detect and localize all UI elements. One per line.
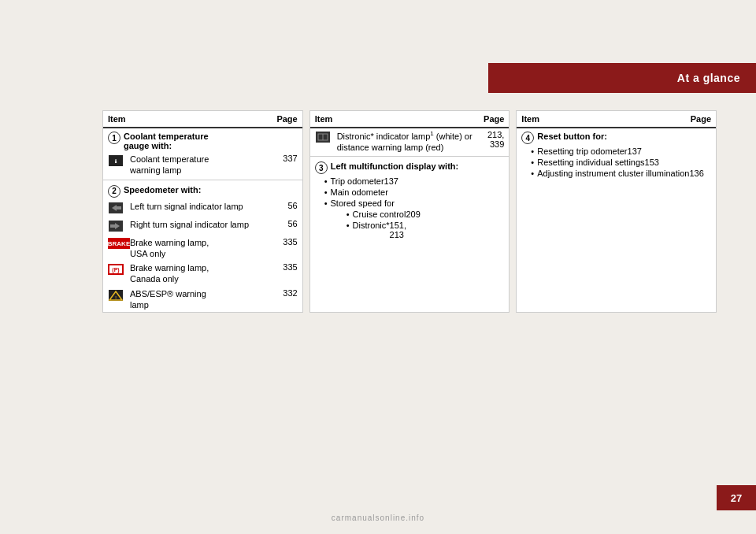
bullet-adjust-illumination: • bbox=[531, 169, 534, 178]
content-area: Item Page 1 Coolant temperaturegauge wit… bbox=[102, 110, 717, 313]
row-distronic: Distronic* indicator lamp1 (white) or di… bbox=[310, 128, 510, 154]
section-3-number: 3 bbox=[315, 161, 328, 174]
turn-right-text: Right turn signal indicator lamp bbox=[130, 219, 274, 230]
distronic-sub-page: 151,213 bbox=[390, 221, 406, 239]
abs-page: 332 bbox=[274, 288, 298, 298]
section-2-number: 2 bbox=[108, 185, 120, 198]
sub-bullets: • Cruise control 209 • Distronic* 151,21… bbox=[310, 209, 510, 240]
divider-1 bbox=[103, 180, 302, 180]
stored-speed-text: Stored speed for bbox=[331, 198, 395, 208]
section-4-number: 4 bbox=[521, 132, 534, 144]
col-gap-1 bbox=[303, 110, 309, 313]
row-brake-usa: BRAKE Brake warning lamp,USA only 335 bbox=[103, 235, 302, 261]
distronic-icon bbox=[315, 131, 331, 143]
col2-header: Item Page bbox=[310, 111, 510, 128]
coolant-temp-icon: 🌡 bbox=[108, 154, 124, 167]
brake-usa-icon: BRAKE bbox=[108, 238, 130, 249]
cruise-page: 209 bbox=[406, 210, 420, 219]
turn-left-icon-cell bbox=[108, 202, 127, 216]
cruise-text: Cruise control bbox=[353, 210, 406, 219]
main-odo-text: Main odometer bbox=[331, 187, 388, 197]
coolant-text: Coolant temperaturewarning lamp bbox=[130, 154, 274, 176]
row-adjust-illumination: • Adjusting instrument cluster illuminat… bbox=[517, 168, 716, 179]
turn-right-icon-cell bbox=[108, 220, 127, 234]
bullet-reset-individual: • bbox=[531, 158, 534, 167]
bullet-cruise: • bbox=[346, 210, 350, 219]
bullet-reset-trip: • bbox=[531, 146, 534, 156]
table-col-1: Item Page 1 Coolant temperaturegauge wit… bbox=[102, 110, 303, 313]
section-4-title-row: 4 Reset button for: bbox=[517, 128, 716, 146]
trip-odo-page: 137 bbox=[384, 176, 398, 186]
brake-canada-icon-cell: (P) bbox=[108, 263, 127, 277]
col-gap-2 bbox=[510, 110, 516, 313]
reset-trip-text: Resetting trip odometer bbox=[537, 146, 627, 156]
divider-2 bbox=[310, 156, 510, 157]
abs-icon-cell: ! bbox=[108, 289, 127, 303]
bullet-trip-odo: • bbox=[324, 176, 328, 186]
distronic-sub-text: Distronic* bbox=[353, 221, 390, 230]
section-1-title: Coolant temperaturegauge with: bbox=[124, 132, 209, 150]
row-turn-right: Right turn signal indicator lamp 56 bbox=[103, 217, 302, 235]
row-brake-canada: (P) Brake warning lamp,Canada only 335 bbox=[103, 261, 302, 287]
bullet-distronic-sub: • bbox=[346, 221, 350, 230]
turn-right-icon bbox=[108, 220, 124, 232]
distronic-page: 213,339 bbox=[480, 130, 504, 149]
bullet-main-odo: • bbox=[324, 187, 328, 197]
section-1-title-row: 1 Coolant temperaturegauge with: bbox=[103, 128, 302, 152]
row-coolant: 🌡 Coolant temperaturewarning lamp 337 bbox=[103, 152, 302, 178]
row-reset-trip: • Resetting trip odometer 137 bbox=[517, 146, 716, 157]
svg-rect-4 bbox=[117, 206, 121, 210]
abs-icon: ! bbox=[108, 289, 124, 302]
row-turn-left: Left turn signal indicator lamp 56 bbox=[103, 199, 302, 217]
col2-header-item: Item bbox=[315, 114, 333, 124]
svg-rect-7 bbox=[110, 224, 115, 228]
reset-trip-page: 137 bbox=[628, 146, 642, 156]
brake-usa-page: 335 bbox=[274, 237, 298, 247]
brake-canada-icon: (P) bbox=[108, 263, 124, 276]
header-bar: At a glance bbox=[488, 63, 756, 93]
header-title: At a glance bbox=[677, 72, 740, 84]
adjust-illumination-page: 136 bbox=[689, 169, 703, 178]
section-1-number: 1 bbox=[108, 132, 120, 144]
brake-usa-icon-cell: BRAKE bbox=[108, 238, 127, 250]
watermark: carmanualsonline.info bbox=[332, 514, 424, 522]
row-distronic-sub: • Distronic* 151,213 bbox=[332, 220, 510, 240]
section-3-title: Left multifunction display with: bbox=[331, 161, 459, 171]
section-4-title: Reset button for: bbox=[537, 132, 607, 141]
row-stored-speed: • Stored speed for bbox=[310, 198, 510, 209]
row-cruise: • Cruise control 209 bbox=[332, 209, 510, 220]
col1-header: Item Page bbox=[103, 111, 302, 128]
turn-left-page: 56 bbox=[274, 201, 298, 210]
bullet-stored-speed: • bbox=[324, 198, 328, 208]
section-2-title: Speedometer with: bbox=[124, 185, 201, 195]
col2-header-page: Page bbox=[484, 114, 504, 124]
col3-header: Item Page bbox=[517, 111, 716, 128]
col1-header-page: Page bbox=[276, 114, 297, 124]
col3-header-page: Page bbox=[691, 114, 711, 124]
table-col-2: Item Page Distronic* indicator lamp1 (wh… bbox=[309, 110, 510, 313]
reset-individual-page: 153 bbox=[645, 158, 659, 167]
brake-canada-text: Brake warning lamp,Canada only bbox=[130, 262, 274, 285]
adjust-illumination-text: Adjusting instrument cluster illuminatio… bbox=[537, 169, 689, 178]
abs-text: ABS/ESP® warninglamp bbox=[130, 288, 274, 311]
trip-odo-text: Trip odometer bbox=[331, 176, 384, 186]
brake-usa-text: Brake warning lamp,USA only bbox=[130, 237, 274, 260]
col1-header-item: Item bbox=[108, 114, 126, 124]
brake-canada-page: 335 bbox=[274, 262, 298, 272]
row-main-odo: • Main odometer bbox=[310, 187, 510, 198]
svg-text:🌡: 🌡 bbox=[113, 159, 118, 164]
col3-header-item: Item bbox=[521, 114, 539, 124]
turn-right-page: 56 bbox=[274, 219, 298, 228]
page-number-box: 27 bbox=[717, 485, 756, 510]
distronic-icon-cell bbox=[315, 131, 334, 145]
svg-text:(P): (P) bbox=[112, 267, 119, 273]
row-trip-odo: • Trip odometer 137 bbox=[310, 176, 510, 187]
page-number: 27 bbox=[731, 492, 742, 504]
coolant-page: 337 bbox=[274, 154, 298, 163]
turn-left-icon bbox=[108, 202, 124, 214]
table-col-3: Item Page 4 Reset button for: • Resettin… bbox=[516, 110, 717, 313]
turn-left-text: Left turn signal indicator lamp bbox=[130, 201, 274, 212]
distronic-text: Distronic* indicator lamp1 (white) or di… bbox=[337, 130, 481, 153]
icon-temp-cell: 🌡 bbox=[108, 154, 127, 169]
row-abs: ! ABS/ESP® warninglamp 332 bbox=[103, 287, 302, 313]
